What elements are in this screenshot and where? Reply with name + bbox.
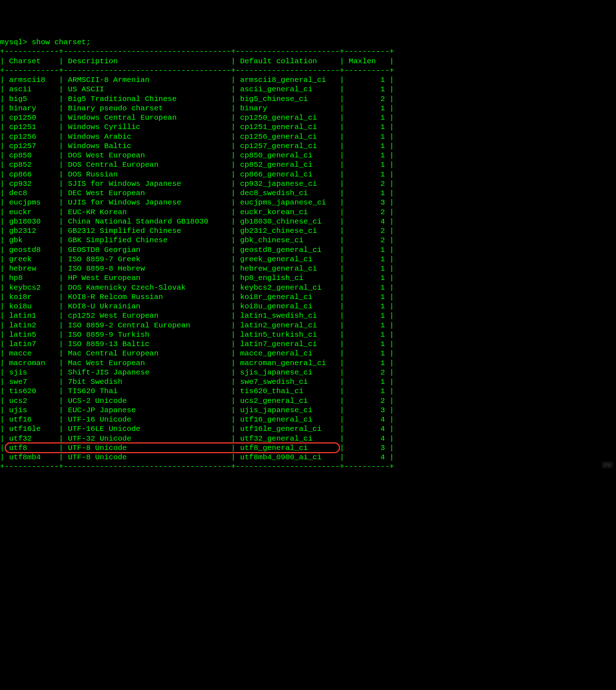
- table-row: | utf8mb4 | UTF-8 Unicode | utf8mb4_0900…: [0, 453, 616, 462]
- table-row: | latin7 | ISO 8859-13 Baltic | latin7_g…: [0, 340, 616, 349]
- table-row: | swe7 | 7bit Swedish | swe7_swedish_ci …: [0, 377, 616, 387]
- table-separator: +------------+--------------------------…: [0, 66, 616, 75]
- command-text: show charset;: [32, 38, 91, 46]
- table-row: | latin1 | cp1252 West European | latin1…: [0, 311, 616, 321]
- table-row: | gbk | GBK Simplified Chinese | gbk_chi…: [0, 236, 616, 245]
- table-row: | cp852 | DOS Central European | cp852_g…: [0, 160, 616, 170]
- table-row: | ascii | US ASCII | ascii_general_ci | …: [0, 85, 616, 94]
- table-row: | latin5 | ISO 8859-9 Turkish | latin5_t…: [0, 330, 616, 340]
- watermark: php: [602, 461, 613, 468]
- table-row: | cp1250 | Windows Central European | cp…: [0, 113, 616, 123]
- table-row: | gb2312 | GB2312 Simplified Chinese | g…: [0, 226, 616, 236]
- table-row: | greek | ISO 8859-7 Greek | greek_gener…: [0, 255, 616, 264]
- table-row: | hebrew | ISO 8859-8 Hebrew | hebrew_ge…: [0, 264, 616, 273]
- table-row: | keybcs2 | DOS Kamenicky Czech-Slovak |…: [0, 283, 616, 293]
- table-row: | binary | Binary pseudo charset | binar…: [0, 104, 616, 113]
- table-row: | koi8u | KOI8-U Ukrainian | koi8u_gener…: [0, 302, 616, 311]
- terminal-output: mysql> show charset;+------------+------…: [0, 38, 616, 472]
- table-row: | utf16 | UTF-16 Unicode | utf16_general…: [0, 415, 616, 424]
- table-row: | cp1251 | Windows Cyrillic | cp1251_gen…: [0, 123, 616, 132]
- table-row: | cp850 | DOS West European | cp850_gene…: [0, 151, 616, 160]
- table-row: | macroman | Mac West European | macroma…: [0, 359, 616, 368]
- table-row: | ujis | EUC-JP Japanese | ujis_japanese…: [0, 406, 616, 415]
- table-row: | euckr | EUC-KR Korean | euckr_korean_c…: [0, 208, 616, 217]
- table-row: | cp932 | SJIS for Windows Japanese | cp…: [0, 179, 616, 189]
- table-row: | cp1257 | Windows Baltic | cp1257_gener…: [0, 142, 616, 151]
- table-row: | cp866 | DOS Russian | cp866_general_ci…: [0, 170, 616, 179]
- table-row: | geostd8 | GEOSTD8 Georgian | geostd8_g…: [0, 245, 616, 255]
- table-row: | utf8 | UTF-8 Unicode | utf8_general_ci…: [0, 443, 616, 453]
- table-row: | big5 | Big5 Traditional Chinese | big5…: [0, 95, 616, 104]
- table-row: | gb18030 | China National Standard GB18…: [0, 217, 616, 226]
- table-separator: +------------+--------------------------…: [0, 462, 616, 472]
- table-separator: +------------+--------------------------…: [0, 47, 616, 56]
- table-row: | latin2 | ISO 8859-2 Central European |…: [0, 321, 616, 330]
- table-row: | utf16le | UTF-16LE Unicode | utf16le_g…: [0, 424, 616, 434]
- table-row: | hp8 | HP West European | hp8_english_c…: [0, 273, 616, 283]
- table-row: | macce | Mac Central European | macce_g…: [0, 349, 616, 358]
- table-row: | eucjpms | UJIS for Windows Japanese | …: [0, 198, 616, 207]
- table-row: | cp1256 | Windows Arabic | cp1256_gener…: [0, 132, 616, 142]
- table-row: | armscii8 | ARMSCII-8 Armenian | armsci…: [0, 75, 616, 85]
- table-header: | Charset | Description | Default collat…: [0, 57, 616, 66]
- table-row: | sjis | Shift-JIS Japanese | sjis_japan…: [0, 368, 616, 377]
- prompt-line[interactable]: mysql> show charset;: [0, 38, 616, 47]
- table-row: | dec8 | DEC West European | dec8_swedis…: [0, 189, 616, 198]
- table-row: | koi8r | KOI8-R Relcom Russian | koi8r_…: [0, 293, 616, 302]
- prompt-prefix: mysql>: [0, 38, 27, 46]
- table-row: | ucs2 | UCS-2 Unicode | ucs2_general_ci…: [0, 396, 616, 406]
- table-row: | tis620 | TIS620 Thai | tis620_thai_ci …: [0, 387, 616, 396]
- table-row: | utf32 | UTF-32 Unicode | utf32_general…: [0, 434, 616, 443]
